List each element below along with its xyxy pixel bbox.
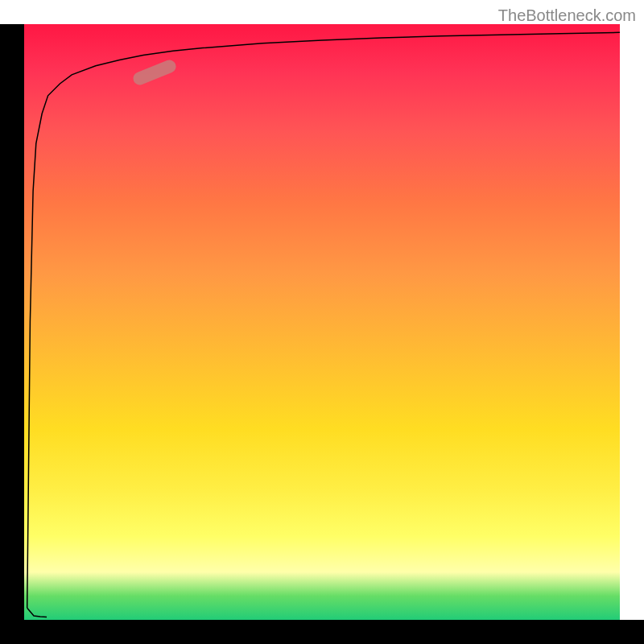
y-axis-bar: [0, 24, 24, 620]
attribution-text: TheBottleneck.com: [498, 6, 636, 25]
marker-icon: [131, 58, 178, 87]
chart-area: [24, 24, 620, 620]
curve-dip: [27, 608, 47, 617]
chart-svg: [24, 24, 620, 620]
bottleneck-curve: [27, 32, 620, 608]
marker-group: [131, 58, 178, 87]
x-axis-bar: [0, 620, 644, 644]
